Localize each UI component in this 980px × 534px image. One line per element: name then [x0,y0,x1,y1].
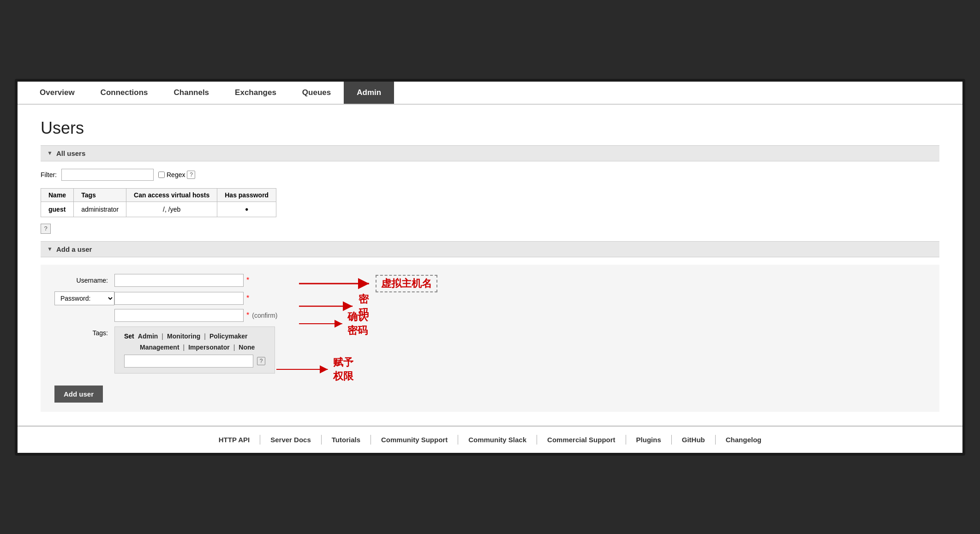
footer-changelog[interactable]: Changelog [716,435,772,445]
users-table: Name Tags Can access virtual hosts Has p… [41,188,276,217]
username-row: Username: * 虚拟主机名 [54,274,926,287]
nav-bar: Overview Connections Channels Exchanges … [18,82,962,105]
tag-policymaker[interactable]: Policymaker [209,332,248,340]
password-fields: Password: * 密码 [54,291,277,322]
add-user-wrapper: Username: * 虚拟主机名 [41,265,939,412]
regex-help-icon[interactable]: ? [187,171,195,179]
nav-queues[interactable]: Queues [289,82,344,104]
add-user-section: Username: * 虚拟主机名 [41,265,939,412]
footer-github[interactable]: GitHub [672,435,716,445]
user-tags-cell: administrator [74,202,126,217]
tags-row: Tags: Set Admin | Monitoring | Policymak… [54,326,926,374]
filter-input[interactable] [61,169,154,181]
password-confirm-row: * (confirm) 确认密码 [114,309,277,322]
regex-checkbox[interactable] [158,172,165,178]
grant-arrow-icon [276,362,330,377]
footer-tutorials[interactable]: Tutorials [322,435,371,445]
footer-http-api[interactable]: HTTP API [209,435,261,445]
vhost-name-annotation: 虚拟主机名 [376,275,437,292]
confirm-label: (confirm) [252,312,277,319]
user-password-cell: • [217,202,276,217]
footer-commercial-support[interactable]: Commercial Support [537,435,626,445]
regex-label: Regex [167,171,185,178]
vhost-annotation-row: 虚拟主机名 [299,275,437,292]
confirm-arrow-icon [299,316,345,331]
footer-plugins[interactable]: Plugins [626,435,672,445]
footer: HTTP API Server Docs Tutorials Community… [18,426,962,453]
users-table-body: guest administrator /, /yeb • [41,202,276,217]
tags-set-label: Set [124,332,134,340]
password-required-star: * [246,294,249,303]
footer-server-docs[interactable]: Server Docs [260,435,322,445]
col-vhosts: Can access virtual hosts [126,188,217,202]
nav-admin[interactable]: Admin [344,82,394,104]
vhost-arrow-icon [299,276,373,291]
tag-management[interactable]: Management [140,344,179,351]
password-row: Password: * 密码 [54,291,277,305]
password-section: Password: * 密码 [54,291,926,322]
password-type-select[interactable]: Password: [54,291,114,305]
table-help-button[interactable]: ? [41,224,51,234]
tag-monitoring[interactable]: Monitoring [167,332,200,340]
tags-input[interactable] [124,355,253,368]
add-user-collapse-arrow-icon: ▼ [47,246,53,252]
tag-impersonator[interactable]: Impersonator [188,344,229,351]
user-name-cell[interactable]: guest [41,202,74,217]
username-input[interactable] [114,274,244,287]
username-required-star: * [246,276,249,285]
filter-row: Filter: Regex ? [41,169,939,181]
add-user-title: Add a user [56,245,92,253]
main-content: Users ▼ All users Filter: Regex ? Name T… [18,105,962,426]
tags-options-box: Set Admin | Monitoring | Policymaker Man… [114,326,275,374]
user-vhosts-cell: /, /yeb [126,202,217,217]
tags-set-row-2: Management | Impersonator | None [124,344,265,351]
footer-community-slack[interactable]: Community Slack [458,435,537,445]
password-input[interactable] [114,292,244,305]
all-users-title: All users [56,149,85,157]
collapse-arrow-icon: ▼ [47,150,53,156]
confirm-required-star: * [246,311,249,320]
col-name: Name [41,188,74,202]
all-users-section-header[interactable]: ▼ All users [41,145,939,161]
tag-none[interactable]: None [239,344,255,351]
add-user-section-header[interactable]: ▼ Add a user [41,241,939,257]
tags-help-icon[interactable]: ? [257,357,265,365]
password-confirm-input[interactable] [114,309,244,322]
page-title: Users [41,119,939,138]
add-user-button[interactable]: Add user [54,386,103,403]
table-row: guest administrator /, /yeb • [41,202,276,217]
grant-annotation-text: 赋予权限 [333,356,363,383]
confirm-annotation-text: 确认密码 [347,310,376,338]
nav-channels[interactable]: Channels [161,82,222,104]
regex-container: Regex ? [158,171,195,179]
tags-input-row: ? 赋予权限 [124,355,265,368]
users-table-header: Name Tags Can access virtual hosts Has p… [41,188,276,202]
tags-container: Set Admin | Monitoring | Policymaker Man… [114,326,275,374]
tag-admin[interactable]: Admin [138,332,158,340]
confirm-annotation-row: 确认密码 [299,310,376,338]
footer-community-support[interactable]: Community Support [371,435,458,445]
tags-set-row: Set Admin | Monitoring | Policymaker [124,332,265,340]
nav-exchanges[interactable]: Exchanges [222,82,289,104]
col-tags: Tags [74,188,126,202]
nav-connections[interactable]: Connections [88,82,161,104]
grant-annotation-row: 赋予权限 [276,356,363,383]
nav-overview[interactable]: Overview [27,82,88,104]
username-label: Username: [54,277,114,284]
filter-label: Filter: [41,171,57,178]
tags-label: Tags: [54,326,114,337]
col-password: Has password [217,188,276,202]
